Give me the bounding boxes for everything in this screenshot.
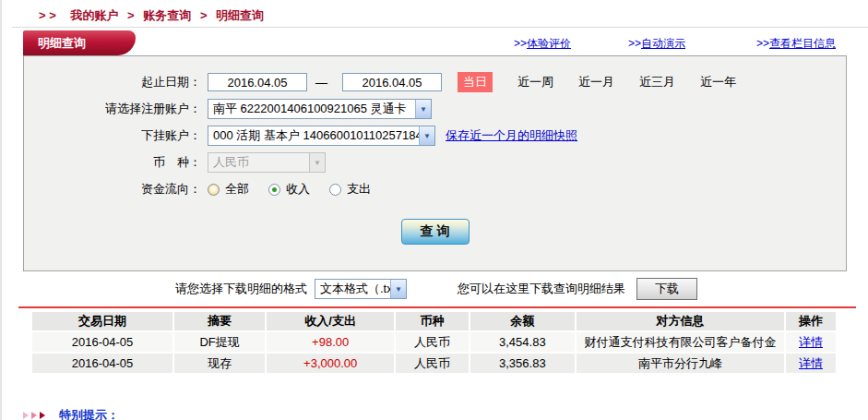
table-header-row: 交易日期 摘要 收入/支出 币种 余额 对方信息 操作 bbox=[32, 312, 836, 330]
register-account-label: 请选择注册账户： bbox=[24, 101, 201, 117]
col-header-amount: 收入/支出 bbox=[267, 312, 394, 330]
download-hint: 您可以在这里下载查询明细结果 bbox=[458, 281, 625, 297]
currency-row: 币 种： 人民币 ▼ bbox=[24, 152, 846, 173]
cell-currency: 人民币 bbox=[396, 354, 468, 373]
detail-link[interactable]: 详情 bbox=[799, 356, 823, 370]
table-top-divider bbox=[18, 306, 856, 308]
chevron-down-icon[interactable]: ▼ bbox=[419, 126, 434, 145]
chevron-down-icon: ▼ bbox=[309, 153, 325, 172]
breadcrumb-item-detail-query[interactable]: 明细查询 bbox=[216, 8, 264, 22]
quick-range-quarter[interactable]: 近三月 bbox=[639, 74, 675, 90]
register-account-select[interactable]: 南平 6222001406100921065 灵通卡 ▼ bbox=[208, 99, 432, 119]
breadcrumb-item-my-account[interactable]: 我的账户 bbox=[70, 8, 118, 22]
transaction-table: 交易日期 摘要 收入/支出 币种 余额 对方信息 操作 2016-04-05 D… bbox=[30, 310, 838, 375]
col-header-date: 交易日期 bbox=[32, 312, 172, 330]
query-button[interactable]: 查 询 bbox=[401, 219, 470, 245]
radio-flow-all[interactable] bbox=[208, 184, 220, 196]
quick-range-year[interactable]: 近一年 bbox=[700, 74, 736, 90]
panel-tab-label: 明细查询 bbox=[38, 36, 86, 50]
cell-counterparty: 财付通支付科技有限公司客户备付金 bbox=[577, 332, 784, 352]
breadcrumb-separator: > bbox=[200, 8, 208, 22]
today-filter-badge[interactable]: 当日 bbox=[458, 72, 493, 92]
breadcrumb: > > 我的账户 > 账务查询 > 明细查询 bbox=[39, 7, 264, 24]
radio-flow-income-label[interactable]: 收入 bbox=[286, 181, 310, 198]
play-icon bbox=[40, 412, 45, 419]
radio-flow-all-label[interactable]: 全部 bbox=[225, 181, 249, 198]
save-monthly-snapshot-link[interactable]: 保存近一个月的明细快照 bbox=[446, 127, 577, 144]
date-to-input[interactable] bbox=[342, 73, 442, 91]
col-header-balance: 余额 bbox=[470, 312, 575, 330]
currency-value: 人民币 bbox=[208, 154, 309, 171]
link-auto-demo[interactable]: >>自动演示 bbox=[628, 36, 685, 52]
cell-date: 2016-04-05 bbox=[32, 332, 172, 352]
col-header-counterparty: 对方信息 bbox=[577, 312, 784, 330]
sub-account-row: 下挂账户： 000 活期 基本户 1406600101102571848 ▼ 保… bbox=[24, 126, 846, 146]
col-header-summary: 摘要 bbox=[174, 312, 265, 330]
date-range-row: 起止日期： — 当日 近一周 近一月 近三月 近一年 bbox=[24, 72, 846, 92]
cell-amount: +3,000.00 bbox=[267, 354, 394, 373]
cell-date: 2016-04-05 bbox=[32, 354, 172, 373]
query-form-panel: 起止日期： — 当日 近一周 近一月 近三月 近一年 请选择注册账户： 南平 6… bbox=[23, 55, 847, 271]
cell-balance: 3,454.83 bbox=[470, 332, 575, 352]
date-from-input[interactable] bbox=[208, 73, 307, 91]
page-left-border bbox=[0, 0, 2, 420]
download-row: 请您选择下载明细的格式 文本格式（.txt） ▼ 您可以在这里下载查询明细结果 … bbox=[0, 278, 868, 300]
table-row: 2016-04-05 DF提现 +98.00 人民币 3,454.83 财付通支… bbox=[32, 332, 836, 352]
cell-summary: 现存 bbox=[174, 354, 265, 373]
date-separator: — bbox=[315, 76, 327, 90]
special-notice-row: 特别提示： bbox=[23, 407, 119, 420]
download-button[interactable]: 下载 bbox=[636, 278, 697, 300]
cell-balance: 3,356.83 bbox=[470, 354, 575, 373]
divider bbox=[12, 27, 868, 28]
page: > > 我的账户 > 账务查询 > 明细查询 明细查询 >>体验评价 >>自动演… bbox=[0, 0, 868, 420]
link-experience-rating[interactable]: >>体验评价 bbox=[514, 36, 571, 52]
radio-flow-expense-label[interactable]: 支出 bbox=[347, 181, 371, 198]
download-format-select[interactable]: 文本格式（.txt） ▼ bbox=[315, 279, 407, 299]
cell-counterparty: 南平市分行九峰 bbox=[577, 354, 784, 373]
currency-select-disabled: 人民币 ▼ bbox=[208, 152, 326, 173]
play-icon bbox=[31, 412, 37, 419]
download-format-value: 文本格式（.txt） bbox=[315, 281, 390, 297]
chevron-down-icon[interactable]: ▼ bbox=[390, 280, 406, 298]
query-button-row: 查 询 bbox=[24, 219, 846, 245]
chevron-down-icon[interactable]: ▼ bbox=[415, 100, 431, 118]
quick-range-month[interactable]: 近一月 bbox=[578, 74, 614, 90]
cell-amount: +98.00 bbox=[267, 332, 394, 352]
sub-account-label: 下挂账户： bbox=[24, 127, 201, 144]
table-row: 2016-04-05 现存 +3,000.00 人民币 3,356.83 南平市… bbox=[32, 354, 836, 373]
breadcrumb-separator: > bbox=[127, 8, 135, 22]
radio-flow-income[interactable] bbox=[268, 184, 280, 196]
fund-flow-row: 资金流向： 全部 收入 支出 bbox=[24, 179, 846, 199]
date-range-label: 起止日期： bbox=[24, 74, 201, 90]
register-account-value: 南平 6222001406100921065 灵通卡 bbox=[208, 101, 415, 117]
col-header-currency: 币种 bbox=[396, 312, 468, 330]
fund-flow-label: 资金流向： bbox=[24, 181, 201, 198]
download-format-label: 请您选择下载明细的格式 bbox=[175, 281, 307, 297]
cell-currency: 人民币 bbox=[396, 332, 468, 352]
col-header-action: 操作 bbox=[786, 312, 836, 330]
panel-tab-detail-query: 明细查询 bbox=[23, 30, 136, 55]
radio-flow-expense[interactable] bbox=[329, 184, 341, 196]
quick-range-week[interactable]: 近一周 bbox=[517, 74, 553, 90]
sub-account-select[interactable]: 000 活期 基本户 1406600101102571848 ▼ bbox=[208, 126, 435, 146]
breadcrumb-prefix: > > bbox=[39, 8, 56, 22]
register-account-row: 请选择注册账户： 南平 6222001406100921065 灵通卡 ▼ bbox=[24, 99, 846, 119]
play-icon bbox=[23, 412, 29, 419]
sub-account-value: 000 活期 基本户 1406600101102571848 bbox=[208, 127, 419, 144]
currency-label: 币 种： bbox=[24, 154, 201, 171]
special-notice-label: 特别提示： bbox=[59, 407, 119, 420]
cell-summary: DF提现 bbox=[174, 332, 265, 352]
detail-link[interactable]: 详情 bbox=[799, 335, 823, 349]
breadcrumb-item-account-query[interactable]: 账务查询 bbox=[143, 8, 191, 22]
link-view-column-info[interactable]: >>查看栏目信息 bbox=[756, 36, 836, 52]
